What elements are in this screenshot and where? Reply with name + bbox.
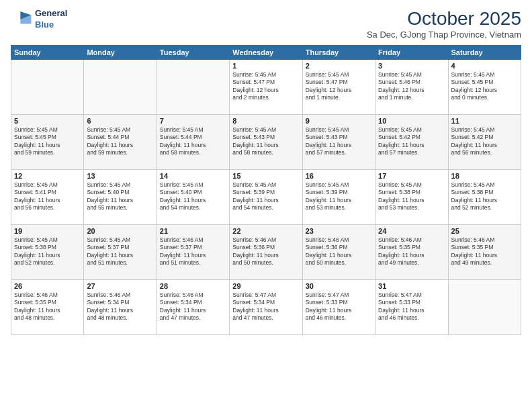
calendar-cell: 26Sunrise: 5:46 AMSunset: 5:35 PMDayligh… bbox=[11, 280, 84, 335]
day-number: 11 bbox=[451, 117, 518, 125]
day-info: Sunrise: 5:45 AMSunset: 5:40 PMDaylight:… bbox=[87, 181, 153, 212]
day-number: 14 bbox=[160, 172, 226, 180]
day-number: 2 bbox=[306, 62, 372, 70]
logo: General Blue bbox=[11, 8, 67, 31]
day-info: Sunrise: 5:45 AMSunset: 5:41 PMDaylight:… bbox=[14, 181, 81, 212]
day-info: Sunrise: 5:45 AMSunset: 5:47 PMDaylight:… bbox=[232, 71, 299, 102]
weekday-header-sunday: Sunday bbox=[11, 46, 84, 60]
day-info: Sunrise: 5:45 AMSunset: 5:39 PMDaylight:… bbox=[232, 181, 299, 212]
calendar-cell: 7Sunrise: 5:45 AMSunset: 5:44 PMDaylight… bbox=[157, 115, 229, 170]
calendar-cell: 28Sunrise: 5:46 AMSunset: 5:34 PMDayligh… bbox=[157, 280, 229, 335]
day-info: Sunrise: 5:46 AMSunset: 5:36 PMDaylight:… bbox=[306, 236, 372, 267]
weekday-header-row: SundayMondayTuesdayWednesdayThursdayFrid… bbox=[11, 46, 521, 60]
calendar-cell: 8Sunrise: 5:45 AMSunset: 5:43 PMDaylight… bbox=[230, 115, 302, 170]
weekday-header-saturday: Saturday bbox=[448, 46, 521, 60]
day-number: 6 bbox=[87, 117, 153, 125]
day-info: Sunrise: 5:45 AMSunset: 5:46 PMDaylight:… bbox=[378, 71, 445, 102]
calendar-cell: 3Sunrise: 5:45 AMSunset: 5:46 PMDaylight… bbox=[375, 60, 448, 115]
calendar-cell bbox=[448, 280, 521, 335]
day-info: Sunrise: 5:46 AMSunset: 5:35 PMDaylight:… bbox=[451, 236, 518, 267]
calendar-cell: 22Sunrise: 5:46 AMSunset: 5:36 PMDayligh… bbox=[230, 225, 302, 280]
day-info: Sunrise: 5:46 AMSunset: 5:36 PMDaylight:… bbox=[232, 236, 299, 267]
day-info: Sunrise: 5:45 AMSunset: 5:44 PMDaylight:… bbox=[160, 126, 226, 157]
header: General Blue October 2025 Sa Dec, GJong … bbox=[11, 8, 521, 40]
calendar-cell bbox=[84, 60, 157, 115]
month-title: October 2025 bbox=[367, 8, 521, 30]
week-row-1: 5Sunrise: 5:45 AMSunset: 5:45 PMDaylight… bbox=[11, 115, 521, 170]
day-info: Sunrise: 5:45 AMSunset: 5:43 PMDaylight:… bbox=[232, 126, 299, 157]
day-info: Sunrise: 5:46 AMSunset: 5:35 PMDaylight:… bbox=[378, 236, 445, 267]
day-info: Sunrise: 5:45 AMSunset: 5:37 PMDaylight:… bbox=[87, 236, 153, 267]
day-number: 24 bbox=[378, 227, 445, 235]
calendar-cell: 4Sunrise: 5:45 AMSunset: 5:45 PMDaylight… bbox=[448, 60, 521, 115]
calendar-cell: 14Sunrise: 5:45 AMSunset: 5:40 PMDayligh… bbox=[157, 170, 229, 225]
page: General Blue October 2025 Sa Dec, GJong … bbox=[0, 0, 532, 411]
day-number: 15 bbox=[232, 172, 299, 180]
calendar-cell bbox=[11, 60, 84, 115]
calendar-table: SundayMondayTuesdayWednesdayThursdayFrid… bbox=[11, 45, 521, 335]
calendar-cell: 18Sunrise: 5:45 AMSunset: 5:38 PMDayligh… bbox=[448, 170, 521, 225]
subtitle: Sa Dec, GJong Thap Province, Vietnam bbox=[367, 30, 521, 40]
calendar-cell: 13Sunrise: 5:45 AMSunset: 5:40 PMDayligh… bbox=[84, 170, 157, 225]
day-info: Sunrise: 5:46 AMSunset: 5:34 PMDaylight:… bbox=[87, 291, 153, 322]
logo-text: General Blue bbox=[35, 8, 67, 31]
day-info: Sunrise: 5:45 AMSunset: 5:38 PMDaylight:… bbox=[378, 181, 445, 212]
day-info: Sunrise: 5:46 AMSunset: 5:34 PMDaylight:… bbox=[160, 291, 226, 322]
day-info: Sunrise: 5:45 AMSunset: 5:44 PMDaylight:… bbox=[87, 126, 153, 157]
day-number: 17 bbox=[378, 172, 445, 180]
calendar-cell: 19Sunrise: 5:45 AMSunset: 5:38 PMDayligh… bbox=[11, 225, 84, 280]
week-row-0: 1Sunrise: 5:45 AMSunset: 5:47 PMDaylight… bbox=[11, 60, 521, 115]
day-number: 25 bbox=[451, 227, 518, 235]
weekday-header-wednesday: Wednesday bbox=[230, 46, 302, 60]
day-info: Sunrise: 5:45 AMSunset: 5:42 PMDaylight:… bbox=[451, 126, 518, 157]
day-number: 18 bbox=[451, 172, 518, 180]
calendar-cell: 6Sunrise: 5:45 AMSunset: 5:44 PMDaylight… bbox=[84, 115, 157, 170]
weekday-header-tuesday: Tuesday bbox=[157, 46, 229, 60]
day-number: 20 bbox=[87, 227, 153, 235]
day-number: 9 bbox=[306, 117, 372, 125]
day-number: 28 bbox=[160, 282, 226, 290]
day-info: Sunrise: 5:45 AMSunset: 5:45 PMDaylight:… bbox=[14, 126, 81, 157]
logo-icon bbox=[11, 9, 32, 30]
week-row-2: 12Sunrise: 5:45 AMSunset: 5:41 PMDayligh… bbox=[11, 170, 521, 225]
calendar-cell: 30Sunrise: 5:47 AMSunset: 5:33 PMDayligh… bbox=[302, 280, 375, 335]
day-number: 1 bbox=[232, 62, 299, 70]
calendar-cell: 9Sunrise: 5:45 AMSunset: 5:43 PMDaylight… bbox=[302, 115, 375, 170]
calendar-cell bbox=[157, 60, 229, 115]
calendar-cell: 23Sunrise: 5:46 AMSunset: 5:36 PMDayligh… bbox=[302, 225, 375, 280]
day-number: 16 bbox=[306, 172, 372, 180]
day-info: Sunrise: 5:45 AMSunset: 5:40 PMDaylight:… bbox=[160, 181, 226, 212]
day-info: Sunrise: 5:45 AMSunset: 5:38 PMDaylight:… bbox=[451, 181, 518, 212]
day-number: 8 bbox=[232, 117, 299, 125]
day-info: Sunrise: 5:45 AMSunset: 5:45 PMDaylight:… bbox=[451, 71, 518, 102]
week-row-3: 19Sunrise: 5:45 AMSunset: 5:38 PMDayligh… bbox=[11, 225, 521, 280]
day-info: Sunrise: 5:45 AMSunset: 5:42 PMDaylight:… bbox=[378, 126, 445, 157]
day-info: Sunrise: 5:45 AMSunset: 5:47 PMDaylight:… bbox=[306, 71, 372, 102]
day-number: 22 bbox=[232, 227, 299, 235]
calendar-cell: 15Sunrise: 5:45 AMSunset: 5:39 PMDayligh… bbox=[230, 170, 302, 225]
day-info: Sunrise: 5:46 AMSunset: 5:35 PMDaylight:… bbox=[14, 291, 81, 322]
title-block: October 2025 Sa Dec, GJong Thap Province… bbox=[367, 8, 521, 40]
day-number: 21 bbox=[160, 227, 226, 235]
calendar-cell: 24Sunrise: 5:46 AMSunset: 5:35 PMDayligh… bbox=[375, 225, 448, 280]
week-row-4: 26Sunrise: 5:46 AMSunset: 5:35 PMDayligh… bbox=[11, 280, 521, 335]
calendar-cell: 20Sunrise: 5:45 AMSunset: 5:37 PMDayligh… bbox=[84, 225, 157, 280]
day-number: 27 bbox=[87, 282, 153, 290]
day-number: 10 bbox=[378, 117, 445, 125]
day-number: 7 bbox=[160, 117, 226, 125]
calendar-cell: 11Sunrise: 5:45 AMSunset: 5:42 PMDayligh… bbox=[448, 115, 521, 170]
day-number: 12 bbox=[14, 172, 81, 180]
day-info: Sunrise: 5:46 AMSunset: 5:37 PMDaylight:… bbox=[160, 236, 226, 267]
day-info: Sunrise: 5:45 AMSunset: 5:38 PMDaylight:… bbox=[14, 236, 81, 267]
day-number: 30 bbox=[306, 282, 372, 290]
day-number: 5 bbox=[14, 117, 81, 125]
day-number: 26 bbox=[14, 282, 81, 290]
calendar-cell: 1Sunrise: 5:45 AMSunset: 5:47 PMDaylight… bbox=[230, 60, 302, 115]
day-number: 19 bbox=[14, 227, 81, 235]
calendar-cell: 2Sunrise: 5:45 AMSunset: 5:47 PMDaylight… bbox=[302, 60, 375, 115]
day-number: 31 bbox=[378, 282, 445, 290]
calendar-cell: 5Sunrise: 5:45 AMSunset: 5:45 PMDaylight… bbox=[11, 115, 84, 170]
calendar-cell: 21Sunrise: 5:46 AMSunset: 5:37 PMDayligh… bbox=[157, 225, 229, 280]
calendar-cell: 31Sunrise: 5:47 AMSunset: 5:33 PMDayligh… bbox=[375, 280, 448, 335]
day-number: 13 bbox=[87, 172, 153, 180]
